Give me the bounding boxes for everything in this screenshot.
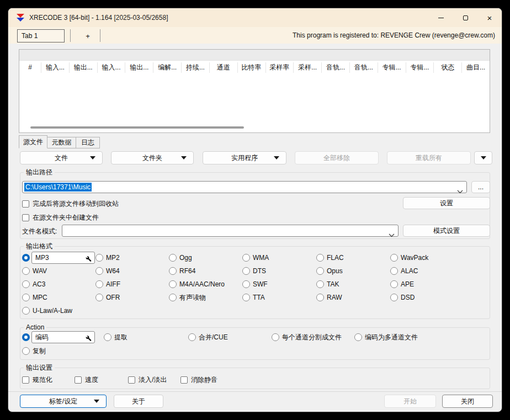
create-in-source-checkbox[interactable]: 在源文件夹中创建文件 — [22, 213, 99, 222]
tab-source-files[interactable]: 源文件 — [19, 135, 47, 148]
settings-label: 设置 — [440, 199, 453, 208]
column-header[interactable]: 状态 — [434, 62, 462, 73]
file-menu-label: 文件 — [55, 153, 68, 163]
format-option[interactable]: DTS — [242, 264, 316, 278]
maximize-icon — [463, 15, 468, 20]
horizontal-scrollbar[interactable] — [30, 126, 244, 129]
format-option[interactable]: M4A/AAC/Nero — [169, 278, 242, 291]
format-option[interactable]: FLAC — [316, 251, 390, 264]
format-option-mp3[interactable]: MP3 — [22, 251, 95, 264]
speed-checkbox[interactable]: 速度 — [75, 375, 128, 385]
column-header[interactable]: 专辑... — [378, 62, 406, 73]
format-option[interactable]: MP2 — [95, 251, 169, 264]
format-option[interactable]: TAK — [316, 278, 390, 291]
remove-all-label: 全部移除 — [323, 153, 350, 163]
pattern-settings-button[interactable]: 模式设置 — [403, 225, 490, 237]
format-option[interactable]: WavPack — [390, 251, 488, 264]
output-settings-grid: 规范化 速度 淡入/淡出 消除静音 — [22, 375, 488, 385]
normalize-checkbox[interactable]: 规范化 — [22, 375, 75, 385]
app-icon — [16, 13, 25, 22]
mp3-settings-combobox[interactable]: MP3 — [31, 252, 95, 264]
column-header[interactable]: 专辑... — [406, 62, 434, 73]
fade-checkbox[interactable]: 淡入/淡出 — [128, 375, 180, 385]
registration-text: This program is registered to: REVENGE C… — [293, 27, 495, 44]
column-header[interactable]: 曲目... — [462, 62, 490, 73]
format-option[interactable]: WMA — [242, 251, 316, 264]
add-tab-button[interactable]: + — [76, 29, 100, 42]
format-option[interactable]: DSD — [390, 291, 488, 304]
wrench-icon[interactable] — [83, 333, 92, 343]
action-option[interactable]: 每个通道分割成文件 — [272, 330, 354, 344]
tab-log[interactable]: 日志 — [76, 137, 100, 148]
action-option-encode[interactable]: 编码 — [22, 330, 104, 344]
table-top-strip — [19, 50, 490, 61]
column-header[interactable]: 持续... — [182, 62, 210, 73]
format-option[interactable]: U-Law/A-Law — [22, 304, 95, 317]
format-option[interactable]: Ogg — [169, 251, 242, 264]
checkbox-box — [22, 200, 29, 208]
format-option[interactable]: AIFF — [95, 278, 169, 291]
filename-pattern-combobox[interactable] — [62, 225, 399, 237]
column-header[interactable]: 输入... — [98, 62, 126, 73]
move-to-recycle-checkbox[interactable]: 完成后将源文件移动到回收站 — [22, 199, 119, 209]
column-header[interactable]: 采样率 — [266, 62, 294, 73]
format-option[interactable]: 有声读物 — [169, 291, 242, 304]
column-header[interactable]: 比特率 — [238, 62, 266, 73]
utilities-menu-button[interactable]: 实用程序 — [203, 151, 286, 164]
close-button[interactable]: × — [477, 8, 502, 27]
action-option[interactable]: 合并/CUE — [188, 330, 272, 344]
wrench-icon[interactable] — [83, 254, 92, 264]
column-header[interactable]: 编解... — [153, 62, 182, 73]
tab-metadata[interactable]: 元数据 — [47, 137, 76, 148]
output-path-combobox[interactable]: C:\Users\17371\Music — [22, 181, 467, 193]
about-button[interactable]: 关于 — [114, 395, 163, 408]
format-option[interactable]: MPC — [22, 291, 95, 304]
more-options-button[interactable] — [474, 151, 492, 164]
column-header[interactable]: 音轨... — [350, 62, 378, 73]
format-option[interactable]: APE — [390, 278, 488, 291]
tab-separator — [70, 29, 71, 42]
format-option[interactable]: OFR — [95, 291, 169, 304]
file-table[interactable]: # 输入... 输出... 输入... 输出... 编解... 持续... 通道… — [19, 49, 490, 133]
format-option[interactable]: Opus — [316, 264, 390, 278]
format-option[interactable]: AC3 — [22, 278, 95, 291]
folder-menu-button[interactable]: 文件夹 — [111, 151, 194, 164]
column-header[interactable]: 采样... — [294, 62, 322, 73]
minimize-icon — [438, 18, 444, 18]
reload-all-button: 重载所有 — [387, 151, 471, 164]
dropdown-arrow-icon — [90, 156, 95, 160]
column-header[interactable]: 输出... — [125, 62, 153, 73]
tab-1[interactable]: Tab 1 — [17, 29, 65, 42]
browse-button[interactable]: ... — [471, 181, 490, 193]
action-option[interactable]: 复制 — [22, 344, 104, 358]
action-option[interactable]: 编码为多通道文件 — [354, 330, 488, 344]
maximize-button[interactable] — [453, 8, 477, 27]
radio-selected[interactable] — [22, 333, 30, 341]
close-icon: × — [487, 14, 492, 22]
action-option[interactable]: 提取 — [104, 330, 188, 344]
format-option[interactable]: WAV — [22, 264, 95, 278]
close-app-button[interactable]: 关闭 — [442, 395, 493, 408]
minimize-button[interactable] — [429, 8, 453, 27]
format-option[interactable]: RF64 — [169, 264, 242, 278]
format-option[interactable]: SWF — [242, 278, 316, 291]
remove-silence-checkbox[interactable]: 消除静音 — [180, 375, 488, 385]
title-bar: XRECODE 3 [64-bit] - 1.164 [2025-03-05/2… — [8, 8, 502, 27]
chevron-down-icon[interactable] — [457, 186, 463, 196]
tags-settings-button[interactable]: 标签/设定 — [20, 395, 107, 408]
radio-selected[interactable] — [22, 254, 30, 262]
column-header[interactable]: 输出... — [70, 62, 98, 73]
column-header[interactable]: 音轨... — [322, 62, 350, 73]
encode-settings-combobox[interactable]: 编码 — [31, 331, 95, 343]
chevron-down-icon[interactable] — [389, 230, 395, 240]
column-header[interactable]: 通道 — [210, 62, 238, 73]
file-menu-button[interactable]: 文件 — [20, 151, 103, 164]
column-header[interactable]: # — [19, 62, 41, 73]
format-option[interactable]: ALAC — [390, 264, 488, 278]
format-option[interactable]: RAW — [316, 291, 390, 304]
format-option[interactable]: TTA — [242, 291, 316, 304]
format-option[interactable]: W64 — [95, 264, 169, 278]
checkbox-box — [22, 214, 29, 221]
column-header[interactable]: 输入... — [41, 62, 70, 73]
settings-button[interactable]: 设置 — [403, 197, 490, 209]
